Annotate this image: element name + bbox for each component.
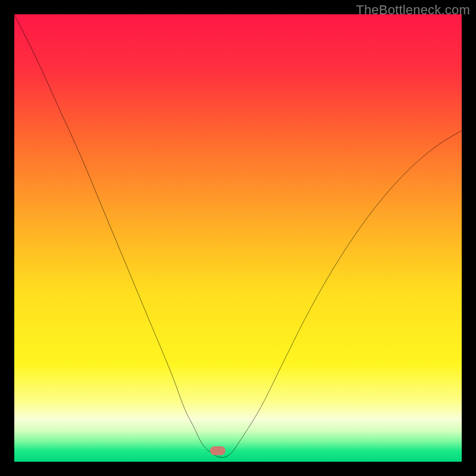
optimum-marker [210, 446, 226, 455]
plot-area [14, 14, 462, 462]
bottleneck-curve [14, 14, 462, 462]
chart-frame: TheBottleneck.com [0, 0, 476, 476]
watermark-text: TheBottleneck.com [356, 2, 470, 18]
